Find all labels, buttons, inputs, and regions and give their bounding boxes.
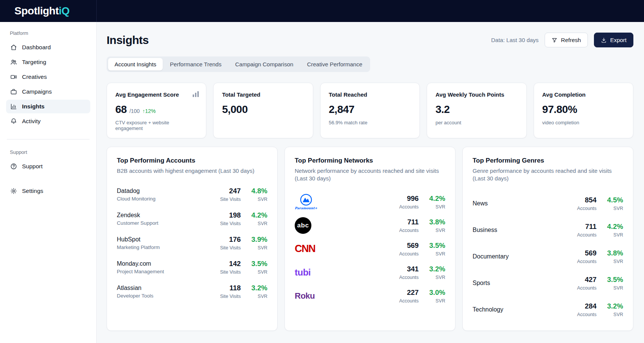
network-row: abc 711Accounts 3.8%SVR xyxy=(295,214,445,237)
paramount-plus-logo: Paramount+ xyxy=(295,194,317,210)
svr-value: 4.8% xyxy=(251,187,267,195)
page-title: Insights xyxy=(107,34,149,47)
svr-label: SVR xyxy=(251,245,267,251)
sidebar-item-insights[interactable]: Insights xyxy=(6,100,90,113)
accounts-label: Accounts xyxy=(399,275,418,280)
stats-row: Avg Engagement Score 68 /100 ↑12% CTV ex… xyxy=(107,83,633,138)
svr-value: 3.8% xyxy=(429,218,445,226)
site-visits-label: Site Visits xyxy=(220,294,241,299)
svr-label: SVR xyxy=(429,204,445,210)
stat-value: 68 xyxy=(115,103,127,116)
accounts-label: Accounts xyxy=(399,251,418,257)
tubi-logo: tubi xyxy=(295,267,311,278)
sidebar-item-support[interactable]: Support xyxy=(6,160,90,173)
account-category: Customer Support xyxy=(117,220,159,226)
stat-subtitle: CTV exposure + website engagement xyxy=(115,120,198,131)
stat-value: 3.2 xyxy=(435,103,449,116)
refresh-button[interactable]: Refresh xyxy=(545,33,588,47)
svr-value: 3.8% xyxy=(607,249,623,257)
svr-label: SVR xyxy=(251,269,267,275)
sidebar-item-activity[interactable]: Activity xyxy=(6,114,90,128)
svr-label: SVR xyxy=(251,294,267,299)
users-icon xyxy=(10,59,17,66)
accounts-value: 996 xyxy=(399,194,418,203)
sidebar-item-label: Activity xyxy=(22,118,41,125)
sidebar-section-support: Support xyxy=(10,149,86,155)
accounts-label: Accounts xyxy=(399,204,418,210)
sidebar-item-creatives[interactable]: Creatives xyxy=(6,70,90,84)
account-category: Project Management xyxy=(117,269,164,274)
site-visits-label: Site Visits xyxy=(220,221,241,226)
main-content: Insights Data: Last 30 days Refresh Expo… xyxy=(97,22,644,343)
header-actions: Data: Last 30 days Refresh Export xyxy=(491,33,633,47)
site-visits-label: Site Visits xyxy=(220,197,241,202)
tab-account-insights[interactable]: Account Insights xyxy=(108,58,163,70)
accounts-label: Accounts xyxy=(577,259,596,264)
stat-title: Total Targeted xyxy=(222,91,304,98)
svr-label: SVR xyxy=(429,251,445,257)
sidebar-item-label: Support xyxy=(22,163,42,170)
accounts-label: Accounts xyxy=(399,228,418,233)
page-header: Insights Data: Last 30 days Refresh Expo… xyxy=(107,33,633,47)
account-category: Cloud Monitoring xyxy=(117,196,156,202)
genre-name: Documentary xyxy=(473,253,509,260)
account-name: Zendesk xyxy=(117,212,159,219)
export-button-label: Export xyxy=(610,37,627,43)
stat-card-avg-completion: Avg Completion 97.80% video completion xyxy=(534,83,633,138)
site-visits-value: 118 xyxy=(220,284,241,292)
accounts-value: 427 xyxy=(577,276,596,284)
filter-icon xyxy=(551,37,558,43)
logo-text-main: Spotlight xyxy=(14,5,59,17)
svr-value: 4.2% xyxy=(251,211,267,219)
sidebar-item-targeting[interactable]: Targeting xyxy=(6,55,90,69)
stat-card-touch-points: Avg Weekly Touch Points 3.2 per account xyxy=(427,83,526,138)
genre-name: Technology xyxy=(473,306,503,313)
accounts-label: Accounts xyxy=(399,298,418,304)
site-visits-label: Site Visits xyxy=(220,245,241,251)
panels-row: Top Performing Accounts B2B accounts wit… xyxy=(107,147,633,331)
help-circle-icon xyxy=(10,163,17,170)
tab-creative-performance[interactable]: Creative Performance xyxy=(300,58,369,70)
accounts-value: 284 xyxy=(577,302,596,310)
gear-icon xyxy=(10,188,17,194)
account-name: HubSpot xyxy=(117,236,160,243)
svr-value: 3.2% xyxy=(251,284,267,292)
site-visits-value: 247 xyxy=(220,187,241,195)
account-name: Atlassian xyxy=(117,285,154,291)
sidebar-item-dashboard[interactable]: Dashboard xyxy=(6,41,90,54)
stat-title: Avg Completion xyxy=(542,91,625,98)
stat-subtitle: per account xyxy=(435,120,518,125)
svr-label: SVR xyxy=(251,221,267,226)
panel-subtitle: Genre performance by accounts reached an… xyxy=(473,167,623,183)
panel-title: Top Performing Genres xyxy=(473,157,623,164)
account-row: Zendesk Customer Support 198Site Visits … xyxy=(117,207,267,231)
svr-label: SVR xyxy=(429,228,445,233)
stat-value: 97.80% xyxy=(542,103,577,116)
network-row: CNN 569Accounts 3.5%SVR xyxy=(295,237,445,261)
panel-title: Top Performing Networks xyxy=(295,157,445,164)
site-visits-label: Site Visits xyxy=(220,269,241,275)
svr-label: SVR xyxy=(607,206,623,211)
sidebar-item-campaigns[interactable]: Campaigns xyxy=(6,85,90,99)
download-icon xyxy=(601,37,607,43)
svr-value: 4.2% xyxy=(607,222,623,231)
mini-bar-chart-icon xyxy=(192,91,199,97)
insights-tabs: Account Insights Performance Trends Camp… xyxy=(107,56,370,72)
home-icon xyxy=(10,44,17,51)
sidebar-divider xyxy=(7,139,90,139)
tab-campaign-comparison[interactable]: Campaign Comparison xyxy=(229,58,300,70)
genre-row: Sports 427Accounts 3.5%SVR xyxy=(473,270,623,296)
refresh-button-label: Refresh xyxy=(561,37,581,43)
account-category: Developer Tools xyxy=(117,293,154,299)
svr-value: 4.2% xyxy=(429,194,445,203)
app-logo[interactable]: SpotlightiQ xyxy=(0,0,97,22)
panel-subtitle: B2B accounts with highest engagement (La… xyxy=(117,167,267,175)
tab-performance-trends[interactable]: Performance Trends xyxy=(163,58,228,70)
panel-title: Top Performing Accounts xyxy=(117,157,267,164)
sidebar-item-settings[interactable]: Settings xyxy=(6,184,90,198)
roku-logo: Roku xyxy=(295,291,315,301)
abc-logo: abc xyxy=(295,217,311,234)
stat-subtitle: 56.9% match rate xyxy=(329,120,411,125)
export-button[interactable]: Export xyxy=(594,33,633,47)
svr-label: SVR xyxy=(429,298,445,304)
